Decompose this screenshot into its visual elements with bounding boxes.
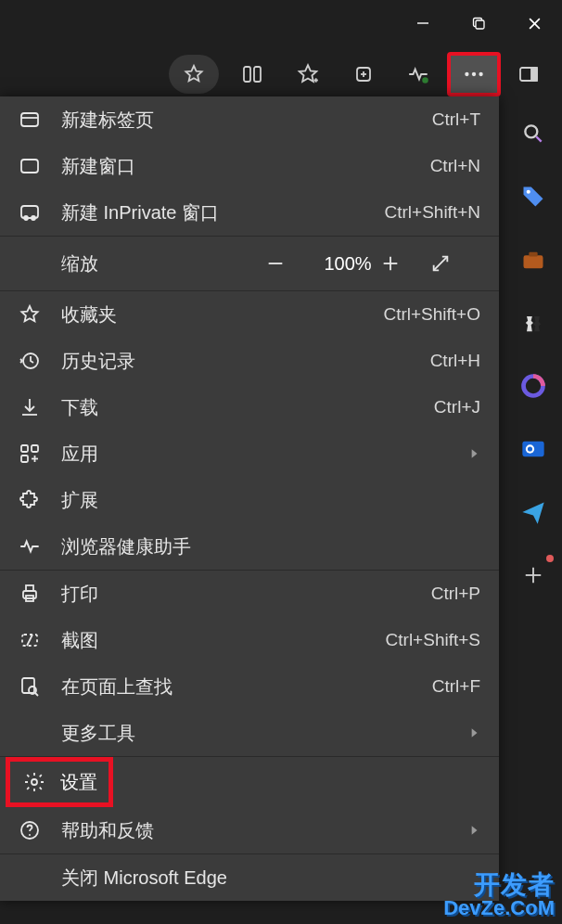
sidebar-shopping-icon[interactable] bbox=[517, 180, 550, 213]
svg-rect-28 bbox=[21, 445, 28, 452]
zoom-label: 缩放 bbox=[61, 251, 265, 276]
svg-line-39 bbox=[35, 693, 38, 696]
svg-rect-47 bbox=[529, 252, 537, 257]
sidepanel-icon[interactable] bbox=[501, 53, 556, 96]
inprivate-icon bbox=[19, 201, 61, 224]
svg-point-15 bbox=[479, 72, 482, 76]
menu-shortcut: Ctrl+J bbox=[434, 397, 480, 417]
edge-sidebar bbox=[505, 102, 562, 592]
star-icon bbox=[19, 303, 61, 326]
browser-toolbar bbox=[0, 46, 562, 102]
split-screen-icon[interactable] bbox=[224, 53, 280, 96]
menu-settings[interactable]: 设置 bbox=[6, 757, 113, 807]
menu-extensions[interactable]: 扩展 bbox=[0, 477, 499, 523]
menu-close-edge[interactable]: 关闭 Microsoft Edge bbox=[0, 854, 499, 901]
menu-shortcut: Ctrl+P bbox=[431, 584, 480, 604]
more-menu-button[interactable] bbox=[447, 52, 501, 96]
window-icon bbox=[19, 155, 61, 177]
menu-label: 新建 InPrivate 窗口 bbox=[61, 200, 385, 225]
svg-rect-34 bbox=[26, 585, 33, 591]
menu-label: 收藏夹 bbox=[61, 302, 383, 327]
svg-rect-46 bbox=[524, 255, 543, 268]
gear-icon bbox=[23, 771, 60, 793]
svg-point-43 bbox=[525, 125, 537, 137]
svg-rect-30 bbox=[21, 456, 28, 462]
menu-print[interactable]: 打印 Ctrl+P bbox=[0, 571, 499, 617]
menu-apps[interactable]: 应用 bbox=[0, 430, 499, 477]
sidebar-games-icon[interactable] bbox=[517, 306, 550, 340]
sidebar-search-icon[interactable] bbox=[517, 117, 550, 150]
watermark-line1: 开发者 bbox=[443, 872, 555, 898]
svg-rect-6 bbox=[254, 67, 261, 82]
sidebar-add-button[interactable] bbox=[517, 558, 550, 592]
sidebar-outlook-icon[interactable] bbox=[517, 432, 550, 466]
menu-label: 截图 bbox=[61, 628, 386, 653]
menu-more-tools[interactable]: 更多工具 bbox=[0, 710, 499, 756]
menu-label: 在页面上查找 bbox=[61, 674, 432, 699]
menu-shortcut: Ctrl+Shift+N bbox=[385, 202, 480, 223]
favorite-star-icon[interactable] bbox=[169, 55, 219, 94]
sidebar-work-icon[interactable] bbox=[517, 243, 550, 276]
favorites-icon[interactable] bbox=[280, 53, 336, 96]
svg-rect-18 bbox=[21, 113, 38, 126]
help-icon bbox=[19, 819, 61, 841]
heartbeat-icon bbox=[19, 534, 61, 558]
menu-find-on-page[interactable]: 在页面上查找 Ctrl+F bbox=[0, 663, 499, 710]
print-icon bbox=[19, 583, 61, 605]
tab-icon bbox=[19, 109, 61, 131]
menu-label: 打印 bbox=[61, 582, 431, 607]
svg-point-40 bbox=[32, 779, 37, 785]
menu-shortcut: Ctrl+H bbox=[430, 351, 480, 371]
apps-icon bbox=[19, 443, 61, 465]
menu-label: 浏览器健康助手 bbox=[61, 534, 480, 559]
menu-label: 新建窗口 bbox=[61, 154, 430, 179]
zoom-out-button[interactable] bbox=[265, 253, 315, 274]
menu-new-tab[interactable]: 新建标签页 Ctrl+T bbox=[0, 96, 499, 143]
zoom-in-button[interactable] bbox=[380, 253, 430, 274]
menu-label: 关闭 Microsoft Edge bbox=[61, 866, 480, 891]
menu-label: 设置 bbox=[60, 770, 97, 795]
menu-downloads[interactable]: 下载 Ctrl+J bbox=[0, 384, 499, 430]
menu-shortcut: Ctrl+Shift+O bbox=[383, 304, 480, 325]
menu-new-inprivate[interactable]: 新建 InPrivate 窗口 Ctrl+Shift+N bbox=[0, 189, 499, 236]
watermark-line2: DevZe.CoM bbox=[443, 898, 555, 918]
download-icon bbox=[19, 396, 61, 418]
menu-shortcut: Ctrl+Shift+S bbox=[386, 630, 480, 650]
close-button[interactable] bbox=[506, 0, 562, 46]
maximize-button[interactable] bbox=[451, 0, 506, 46]
watermark: 开发者 DevZe.CoM bbox=[443, 872, 555, 918]
svg-point-13 bbox=[465, 72, 468, 76]
menu-label: 扩展 bbox=[61, 488, 480, 513]
browser-main-menu: 新建标签页 Ctrl+T 新建窗口 Ctrl+N 新建 InPrivate 窗口… bbox=[0, 96, 499, 901]
menu-label: 历史记录 bbox=[61, 349, 430, 374]
sidebar-send-icon[interactable] bbox=[517, 495, 550, 529]
svg-point-14 bbox=[472, 72, 476, 76]
minimize-button[interactable] bbox=[395, 0, 451, 46]
chevron-right-icon bbox=[467, 447, 480, 460]
svg-point-12 bbox=[422, 77, 428, 83]
chevron-right-icon bbox=[467, 726, 480, 739]
sidebar-m365-icon[interactable] bbox=[517, 369, 550, 403]
menu-history[interactable]: 历史记录 Ctrl+H bbox=[0, 338, 499, 384]
svg-rect-20 bbox=[21, 160, 38, 173]
svg-point-45 bbox=[527, 190, 530, 194]
find-icon bbox=[19, 675, 61, 698]
browser-health-icon[interactable] bbox=[391, 53, 447, 96]
screenshot-icon bbox=[19, 629, 61, 651]
menu-favorites[interactable]: 收藏夹 Ctrl+Shift+O bbox=[0, 291, 499, 338]
svg-rect-29 bbox=[32, 445, 38, 452]
menu-new-window[interactable]: 新建窗口 Ctrl+N bbox=[0, 143, 499, 189]
collections-icon[interactable] bbox=[336, 53, 391, 96]
fullscreen-button[interactable] bbox=[430, 253, 480, 274]
menu-screenshot[interactable]: 截图 Ctrl+Shift+S bbox=[0, 617, 499, 663]
svg-point-42 bbox=[29, 834, 31, 836]
zoom-value: 100% bbox=[315, 253, 380, 275]
menu-help-feedback[interactable]: 帮助和反馈 bbox=[0, 807, 499, 853]
menu-browser-health[interactable]: 浏览器健康助手 bbox=[0, 523, 499, 570]
menu-label: 更多工具 bbox=[61, 721, 467, 746]
svg-rect-5 bbox=[244, 67, 250, 82]
menu-label: 下载 bbox=[61, 395, 434, 420]
history-icon bbox=[19, 350, 61, 372]
window-titlebar bbox=[0, 0, 562, 46]
svg-rect-21 bbox=[21, 206, 38, 218]
